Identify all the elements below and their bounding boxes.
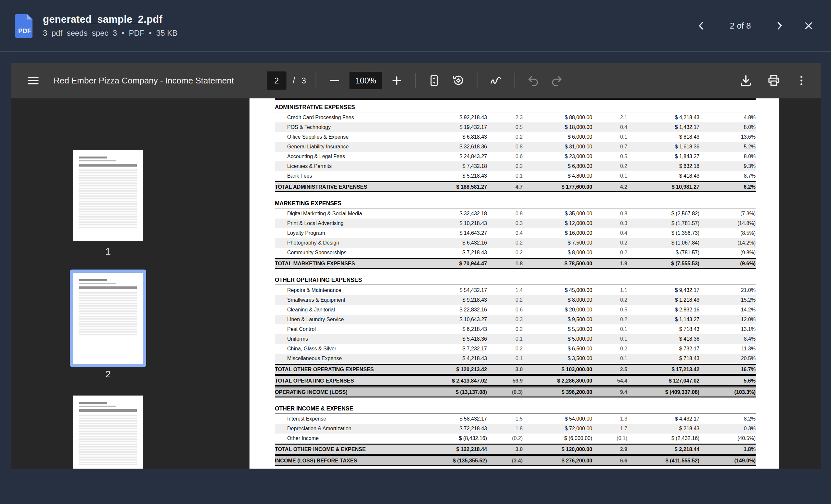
total-row: TOTAL OTHER OPERATING EXPENSES$ 120,213.…	[275, 364, 756, 375]
pdf-file-icon: PDF	[14, 13, 34, 38]
page-thumbnail-3[interactable]	[73, 395, 143, 469]
plus-icon	[391, 74, 403, 87]
line-item-row: Community Sponsorships$ 7,218.430.2$ 8,0…	[275, 248, 756, 258]
line-item-row: Print & Local Advertising$ 10,218.430.3$…	[275, 218, 756, 228]
line-item-row: Pest Control$ 6,218.430.2$ 5,500.000.1$ …	[275, 324, 756, 334]
zoom-in-button[interactable]	[389, 72, 405, 89]
thumbnail-preview	[73, 150, 143, 241]
pdf-toolbar: Red Ember Pizza Company - Income Stateme…	[11, 63, 821, 98]
print-icon	[767, 73, 781, 88]
line-item-row: Bank Fees$ 5,218.430.1$ 4,800.000.1$ 418…	[275, 171, 756, 181]
line-item-row: Smallwares & Equipment$ 9,218.430.2$ 8,0…	[275, 295, 756, 305]
thumbnail-panel: 12	[11, 98, 206, 469]
line-item-row: Linen & Laundry Service$ 10,643.270.3$ 9…	[275, 315, 756, 324]
line-item-row: Interest Expense$ 58,432.171.5$ 54,000.0…	[275, 414, 756, 424]
pdf-page: ADMINISTRATIVE EXPENSESCredit Card Proce…	[250, 98, 779, 469]
line-item-row: Photography & Design$ 6,432.160.2$ 7,500…	[275, 238, 756, 248]
previous-file-button[interactable]	[693, 18, 710, 34]
line-item-row: General Liability Insurance$ 32,618.360.…	[275, 142, 756, 152]
total-row: TOTAL OTHER INCOME & EXPENSE$ 122,218.44…	[275, 444, 756, 455]
preview-header: PDF generated_sample_2.pdf 3_pdf_seeds_s…	[0, 0, 831, 52]
line-item-row: POS & Technology$ 19,432.170.5$ 18,000.0…	[275, 122, 756, 132]
fit-to-page-button[interactable]	[426, 72, 443, 89]
line-item-row: Uniforms$ 5,418.360.1$ 5,000.000.1$ 418.…	[275, 334, 756, 344]
pdf-viewer: Red Ember Pizza Company - Income Stateme…	[11, 63, 821, 469]
page-number-input[interactable]	[267, 71, 286, 90]
page-zoom-controls: / 3 100%	[267, 63, 565, 98]
chevron-left-icon	[696, 20, 707, 31]
line-item-row: Licenses & Permits$ 7,432.180.2$ 6,800.0…	[275, 161, 756, 171]
minus-icon	[328, 74, 341, 87]
file-type: PDF	[129, 29, 145, 38]
line-item-row: Other Income$ (8,432.16)(0.2)$ (6,000.00…	[275, 434, 756, 443]
page-cut-border	[275, 98, 756, 100]
section-header-row: ADMINISTRATIVE EXPENSES	[275, 101, 756, 112]
grand-total-row: INCOME (LOSS) BEFORE TAXES$ (135,355.52)…	[275, 455, 756, 466]
svg-text:PDF: PDF	[18, 27, 31, 34]
toolbar-divider	[415, 73, 416, 88]
toolbar-divider	[316, 73, 316, 88]
line-item-row: China, Glass & Silver$ 7,232.170.2$ 6,50…	[275, 344, 756, 354]
meta-separator: •	[121, 29, 124, 38]
income-table: ADMINISTRATIVE EXPENSESCredit Card Proce…	[275, 98, 756, 469]
line-item-row: Income Tax Provision$ 0.000.0$ 0.000.0$ …	[275, 466, 756, 469]
line-item-row: Repairs & Maintenance$ 54,432.171.4$ 45,…	[275, 286, 756, 295]
close-preview-button[interactable]	[800, 18, 817, 34]
menu-button[interactable]	[24, 72, 42, 89]
rotate-button[interactable]	[450, 72, 467, 89]
file-name: generated_sample_2.pdf	[43, 13, 177, 25]
thumbnail-preview	[73, 395, 143, 469]
page-thumbnail-1[interactable]: 1	[73, 150, 143, 241]
kebab-menu-icon	[795, 74, 808, 87]
redo-icon	[550, 74, 563, 87]
page-total: 3	[302, 76, 306, 85]
thumbnail-page-number: 1	[73, 246, 143, 257]
meta-separator: •	[149, 29, 152, 38]
toolbar-divider	[477, 73, 478, 88]
line-item-row: Digital Marketing & Social Media$ 32,432…	[275, 209, 756, 218]
line-item-row: Accounting & Legal Fees$ 24,843.270.6$ 2…	[275, 152, 756, 161]
download-button[interactable]	[737, 71, 755, 90]
total-row: TOTAL OPERATING EXPENSES$ 2,413,847.0259…	[275, 375, 756, 386]
next-file-button[interactable]	[771, 18, 787, 34]
total-row: TOTAL ADMINISTRATIVE EXPENSES$ 188,581.2…	[275, 181, 756, 192]
line-item-row: Depreciation & Amortization$ 72,218.431.…	[275, 424, 756, 434]
chevron-right-icon	[774, 20, 785, 31]
rotate-icon	[452, 74, 465, 87]
pagination-label: 2 of 8	[722, 21, 758, 31]
grand-total-row: OPERATING INCOME (LOSS)$ (13,137.08)(0.3…	[275, 386, 756, 397]
section-header-row: OTHER INCOME & EXPENSE	[275, 402, 756, 414]
section-gap	[275, 269, 756, 274]
panel-divider	[206, 98, 206, 469]
print-button[interactable]	[765, 71, 783, 90]
file-meta: 3_pdf_seeds_spec_3 • PDF • 35 KB	[43, 29, 177, 38]
fit-to-page-icon	[428, 74, 441, 87]
page-thumbnail-2[interactable]: 2	[73, 273, 143, 364]
more-options-button[interactable]	[793, 72, 810, 89]
pen-squiggle-icon	[489, 74, 503, 87]
download-icon	[739, 73, 753, 88]
line-item-row: Cleaning & Janitorial$ 22,832.160.6$ 20,…	[275, 305, 756, 315]
thumbnail-page-number: 2	[73, 368, 143, 380]
toolbar-actions	[737, 63, 821, 98]
hamburger-menu-icon	[26, 74, 40, 87]
viewer-content: 12 ADMINISTRATIVE EXPENSESCredit Card Pr…	[11, 98, 821, 469]
line-item-row: Loyalty Program$ 14,643.270.4$ 16,000.00…	[275, 228, 756, 238]
zoom-level[interactable]: 100%	[349, 72, 382, 89]
page-separator: /	[293, 76, 295, 85]
total-row: TOTAL MARKETING EXPENSES$ 70,944.471.8$ …	[275, 258, 756, 269]
file-preview-modal: PDF generated_sample_2.pdf 3_pdf_seeds_s…	[0, 0, 831, 504]
section-gap	[275, 398, 756, 402]
redo-button[interactable]	[548, 72, 565, 89]
file-info: PDF generated_sample_2.pdf 3_pdf_seeds_s…	[14, 13, 177, 38]
close-icon	[803, 20, 814, 31]
toolbar-divider	[515, 73, 515, 88]
line-item-row: Credit Card Processing Fees$ 92,218.432.…	[275, 113, 756, 122]
preview-pagination: 2 of 8	[693, 18, 817, 34]
zoom-out-button[interactable]	[326, 72, 343, 89]
line-item-row: Miscellaneous Expense$ 4,218.430.1$ 3,50…	[275, 354, 756, 363]
section-header-row: MARKETING EXPENSES	[275, 197, 756, 208]
annotate-button[interactable]	[487, 72, 505, 89]
line-item-row: Office Supplies & Expense$ 6,818.430.2$ …	[275, 132, 756, 142]
undo-button[interactable]	[525, 72, 542, 89]
